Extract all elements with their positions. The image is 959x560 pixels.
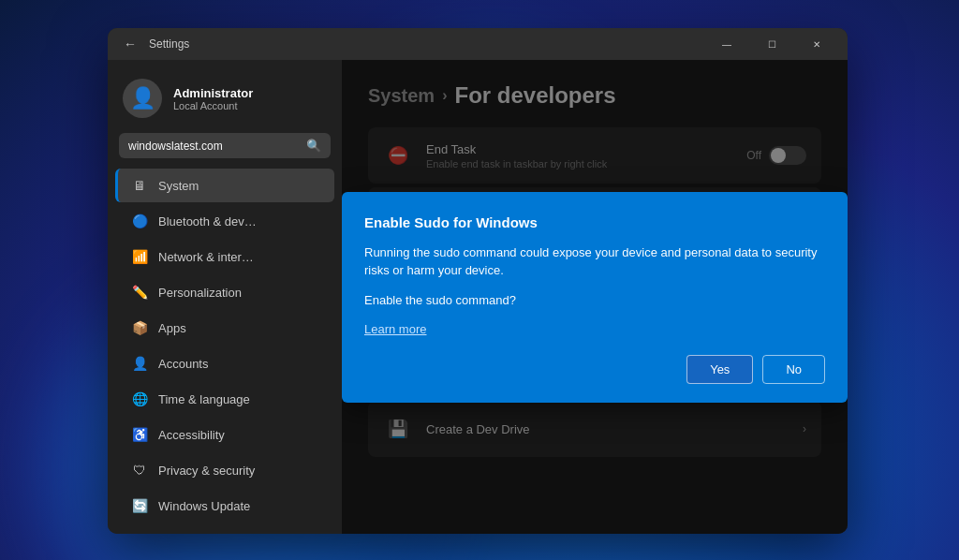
personalization-icon: ✏️ — [130, 283, 149, 302]
sidebar-item-time[interactable]: 🌐 Time & language — [115, 382, 334, 416]
modal-question: Enable the sudo command? — [364, 293, 825, 307]
sidebar-item-system[interactable]: 🖥 System — [115, 169, 334, 202]
sidebar-item-accounts[interactable]: 👤 Accounts — [115, 346, 334, 380]
user-role: Local Account — [173, 100, 253, 111]
accounts-icon: 👤 — [130, 354, 149, 373]
sidebar-item-label: Bluetooth & dev… — [158, 214, 257, 228]
accessibility-icon: ♿ — [130, 425, 149, 444]
privacy-icon: 🛡 — [130, 461, 149, 479]
update-icon: 🔄 — [130, 496, 149, 515]
modal-overlay: Enable Sudo for Windows Running the sudo… — [342, 60, 848, 534]
search-input[interactable] — [128, 140, 306, 153]
sidebar-item-apps[interactable]: 📦 Apps — [115, 311, 334, 345]
avatar: 👤 — [123, 79, 162, 118]
minimize-button[interactable]: — — [705, 28, 748, 60]
close-button[interactable]: ✕ — [795, 28, 838, 60]
sidebar-item-label: Accounts — [158, 357, 208, 371]
sidebar-item-label: Privacy & security — [158, 464, 255, 478]
user-name: Administrator — [173, 86, 253, 100]
user-details: Administrator Local Account — [173, 86, 253, 111]
time-icon: 🌐 — [130, 390, 149, 408]
system-icon: 🖥 — [130, 176, 149, 195]
sidebar-item-label: Time & language — [158, 392, 250, 406]
maximize-button[interactable]: ☐ — [750, 28, 793, 60]
window-controls: — ☐ ✕ — [705, 28, 838, 60]
search-box[interactable]: 🔍 — [119, 133, 331, 158]
sidebar-item-personalization[interactable]: ✏️ Personalization — [115, 275, 334, 309]
sidebar-item-privacy[interactable]: 🛡 Privacy & security — [115, 453, 334, 487]
sidebar-item-update[interactable]: 🔄 Windows Update — [115, 489, 334, 523]
sidebar-item-label: System — [158, 179, 199, 193]
avatar-icon: 👤 — [130, 86, 155, 111]
user-info: 👤 Administrator Local Account — [108, 69, 342, 133]
sidebar-item-label: Windows Update — [158, 499, 250, 513]
network-icon: 📶 — [130, 247, 149, 266]
title-bar: ← Settings — ☐ ✕ — [108, 28, 848, 60]
modal-yes-button[interactable]: Yes — [686, 355, 753, 384]
search-icon: 🔍 — [306, 139, 321, 153]
settings-window: ← Settings — ☐ ✕ 👤 Administrator Local A… — [108, 28, 848, 534]
sidebar-item-label: Network & inter… — [158, 250, 254, 264]
bluetooth-icon: 🔵 — [130, 212, 149, 230]
sidebar: 👤 Administrator Local Account 🔍 🖥 System… — [108, 60, 342, 534]
sidebar-item-bluetooth[interactable]: 🔵 Bluetooth & dev… — [115, 204, 334, 238]
sidebar-item-label: Personalization — [158, 286, 242, 300]
content-area: System › For developers ⛔ End Task Enabl… — [342, 60, 848, 534]
sidebar-item-label: Apps — [158, 321, 186, 335]
modal-learn-more-link[interactable]: Learn more — [364, 322, 825, 336]
window-title: Settings — [149, 37, 189, 51]
sidebar-item-network[interactable]: 📶 Network & inter… — [115, 240, 334, 273]
sudo-modal: Enable Sudo for Windows Running the sudo… — [342, 192, 848, 403]
main-area: 👤 Administrator Local Account 🔍 🖥 System… — [108, 60, 848, 534]
modal-body: Running the sudo command could expose yo… — [364, 243, 825, 280]
modal-no-button[interactable]: No — [762, 355, 825, 384]
apps-icon: 📦 — [130, 318, 149, 337]
modal-buttons: Yes No — [364, 355, 825, 384]
sidebar-item-accessibility[interactable]: ♿ Accessibility — [115, 418, 334, 451]
modal-title: Enable Sudo for Windows — [364, 214, 825, 230]
sidebar-item-label: Accessibility — [158, 428, 225, 442]
back-button[interactable]: ← — [117, 31, 143, 57]
